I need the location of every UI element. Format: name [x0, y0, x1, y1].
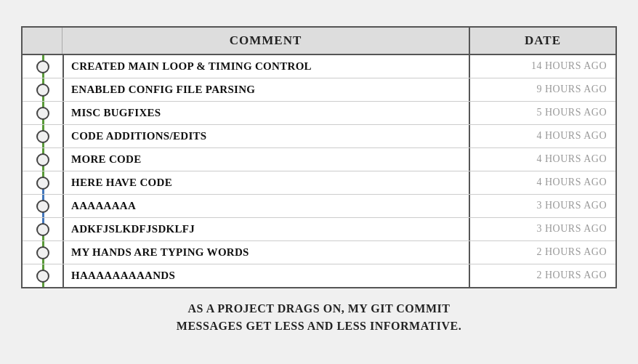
row-comment: AAAAAAAA [62, 195, 470, 217]
commit-circle [36, 107, 49, 120]
row-comment: ENABLED CONFIG FILE PARSING [62, 78, 470, 101]
row-date: 3 HOURS AGO [470, 195, 615, 217]
row-comment: HERE HAVE CODE [62, 171, 470, 194]
row-icon-cell [23, 171, 62, 194]
commit-table: COMMENT DATE CREATED MAIN LOOP & TIMING … [21, 26, 617, 288]
row-comment: ADKFJSLKDFJSDKLFJ [62, 218, 470, 240]
row-icon-cell [23, 125, 62, 147]
row-icon-cell [23, 218, 62, 240]
table-row: HAAAAAAAAANDS 2 HOURS AGO [23, 264, 615, 287]
table-header: COMMENT DATE [23, 28, 615, 55]
commit-circle [36, 246, 49, 259]
table-body: CREATED MAIN LOOP & TIMING CONTROL 14 HO… [23, 55, 615, 287]
table-row: CODE ADDITIONS/EDITS 4 HOURS AGO [23, 125, 615, 148]
table-row: MORE CODE 4 HOURS AGO [23, 148, 615, 171]
table-row: CREATED MAIN LOOP & TIMING CONTROL 14 HO… [23, 55, 615, 78]
row-icon-cell [23, 264, 62, 287]
table-row: MISC BUGFIXES 5 HOURS AGO [23, 102, 615, 125]
row-date: 9 HOURS AGO [470, 78, 615, 101]
row-icon-cell [23, 195, 62, 217]
row-date: 2 HOURS AGO [470, 241, 615, 264]
row-icon-cell [23, 102, 62, 124]
row-comment: MORE CODE [62, 148, 470, 171]
row-icon-cell [23, 148, 62, 171]
row-date: 4 HOURS AGO [470, 171, 615, 194]
row-date: 2 HOURS AGO [470, 264, 615, 287]
commit-circle [36, 60, 49, 73]
caption: AS A PROJECT DRAGS ON, MY GIT COMMIT MES… [21, 297, 617, 338]
commit-circle [36, 130, 49, 143]
table-row: ADKFJSLKDFJSDKLFJ 3 HOURS AGO [23, 218, 615, 241]
caption-line2: MESSAGES GET LESS AND LESS INFORMATIVE. [28, 318, 610, 335]
header-comment: COMMENT [62, 28, 470, 54]
row-date: 5 HOURS AGO [470, 102, 615, 124]
commit-circle [36, 200, 49, 213]
caption-line1: AS A PROJECT DRAGS ON, MY GIT COMMIT [28, 300, 610, 318]
table-row: ENABLED CONFIG FILE PARSING 9 HOURS AGO [23, 78, 615, 102]
main-container: COMMENT DATE CREATED MAIN LOOP & TIMING … [14, 19, 624, 345]
table-row: MY HANDS ARE TYPING WORDS 2 HOURS AGO [23, 241, 615, 264]
row-comment: CODE ADDITIONS/EDITS [62, 125, 470, 147]
row-icon-cell [23, 78, 62, 101]
table-row: HERE HAVE CODE 4 HOURS AGO [23, 171, 615, 195]
row-date: 4 HOURS AGO [470, 148, 615, 171]
table-row: AAAAAAAA 3 HOURS AGO [23, 195, 615, 218]
header-icon-col [23, 28, 62, 54]
row-date: 4 HOURS AGO [470, 125, 615, 147]
commit-circle [36, 153, 49, 166]
row-comment: HAAAAAAAAANDS [62, 264, 470, 287]
row-date: 14 HOURS AGO [470, 55, 615, 78]
commit-circle [36, 270, 49, 283]
row-comment: MY HANDS ARE TYPING WORDS [62, 241, 470, 264]
row-comment: CREATED MAIN LOOP & TIMING CONTROL [62, 55, 470, 78]
row-icon-cell [23, 241, 62, 264]
row-icon-cell [23, 55, 62, 78]
commit-circle [36, 223, 49, 236]
commit-circle [36, 177, 49, 190]
header-date: DATE [470, 28, 615, 54]
commit-circle [36, 84, 49, 97]
row-date: 3 HOURS AGO [470, 218, 615, 240]
row-comment: MISC BUGFIXES [62, 102, 470, 124]
